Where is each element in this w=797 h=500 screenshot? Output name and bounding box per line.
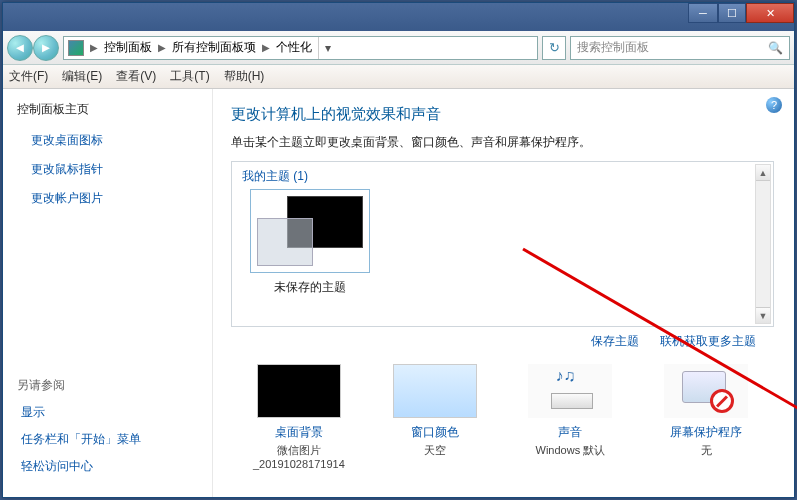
close-button[interactable]: ✕ (746, 3, 794, 23)
theme-item[interactable]: 未保存的主题 (242, 189, 378, 296)
sidebar-seealso-ease[interactable]: 轻松访问中心 (17, 458, 198, 475)
breadcrumb-item[interactable]: 所有控制面板项 (172, 39, 256, 56)
navbar: ◄ ► ▶ 控制面板 ▶ 所有控制面板项 ▶ 个性化 ▾ ↻ 搜索控制面板 🔍 (3, 31, 794, 65)
sidebar-link-account-picture[interactable]: 更改帐户图片 (17, 190, 198, 207)
maximize-button[interactable]: ☐ (718, 3, 746, 23)
chevron-right-icon: ▶ (262, 42, 270, 53)
search-placeholder: 搜索控制面板 (577, 39, 649, 56)
breadcrumb-item[interactable]: 控制面板 (104, 39, 152, 56)
window-color-value: 天空 (375, 443, 495, 458)
desktop-background-tile[interactable]: 桌面背景 微信图片 _20191028171914 (239, 364, 359, 470)
sidebar-seealso-taskbar[interactable]: 任务栏和「开始」菜单 (17, 431, 198, 448)
content-pane: ? 更改计算机上的视觉效果和声音 单击某个主题立即更改桌面背景、窗口颜色、声音和… (213, 89, 794, 497)
menu-bar: 文件(F) 编辑(E) 查看(V) 工具(T) 帮助(H) (3, 65, 794, 89)
window-controls: ─ ☐ ✕ (688, 3, 794, 23)
sidebar-link-desktop-icons[interactable]: 更改桌面图标 (17, 132, 198, 149)
theme-actions: 保存主题 联机获取更多主题 (231, 333, 756, 350)
page-heading: 更改计算机上的视觉效果和声音 (231, 105, 774, 124)
screensaver-value: 无 (646, 443, 766, 458)
chevron-right-icon: ▶ (90, 42, 98, 53)
search-input[interactable]: 搜索控制面板 🔍 (570, 36, 790, 60)
screensaver-icon (664, 364, 748, 418)
theme-name: 未保存的主题 (242, 279, 378, 296)
nav-arrows: ◄ ► (7, 35, 59, 61)
sidebar-link-mouse-pointers[interactable]: 更改鼠标指针 (17, 161, 198, 178)
body: 控制面板主页 更改桌面图标 更改鼠标指针 更改帐户图片 另请参阅 显示 任务栏和… (3, 89, 794, 497)
screensaver-tile[interactable]: 屏幕保护程序 无 (646, 364, 766, 470)
sidebar: 控制面板主页 更改桌面图标 更改鼠标指针 更改帐户图片 另请参阅 显示 任务栏和… (3, 89, 213, 497)
sounds-tile[interactable]: 声音 Windows 默认 (510, 364, 630, 470)
scrollbar[interactable]: ▲ ▼ (755, 164, 771, 324)
menu-edit[interactable]: 编辑(E) (62, 68, 102, 85)
my-themes-label[interactable]: 我的主题 (1) (242, 168, 763, 185)
desktop-background-icon (257, 364, 341, 418)
desktop-background-value2: _20191028171914 (239, 458, 359, 470)
window-frame: ─ ☐ ✕ ◄ ► ▶ 控制面板 ▶ 所有控制面板项 ▶ 个性化 ▾ ↻ 搜索控… (2, 2, 795, 498)
get-more-themes-link[interactable]: 联机获取更多主题 (660, 334, 756, 348)
menu-help[interactable]: 帮助(H) (224, 68, 265, 85)
sounds-icon (528, 364, 612, 418)
sounds-value: Windows 默认 (510, 443, 630, 458)
window-color-label: 窗口颜色 (375, 424, 495, 441)
back-button[interactable]: ◄ (7, 35, 33, 61)
scroll-down-button[interactable]: ▼ (756, 307, 770, 323)
sounds-label: 声音 (510, 424, 630, 441)
sidebar-home[interactable]: 控制面板主页 (17, 101, 198, 118)
sidebar-seealso-header: 另请参阅 (17, 377, 198, 394)
page-subtext: 单击某个主题立即更改桌面背景、窗口颜色、声音和屏幕保护程序。 (231, 134, 774, 151)
menu-tools[interactable]: 工具(T) (170, 68, 209, 85)
minimize-button[interactable]: ─ (688, 3, 718, 23)
quick-row: 桌面背景 微信图片 _20191028171914 窗口颜色 天空 声音 Win… (231, 364, 774, 470)
chevron-right-icon: ▶ (158, 42, 166, 53)
save-theme-link[interactable]: 保存主题 (591, 334, 639, 348)
breadcrumb-item[interactable]: 个性化 (276, 39, 312, 56)
help-icon[interactable]: ? (766, 97, 782, 113)
control-panel-icon (68, 40, 84, 56)
titlebar[interactable]: ─ ☐ ✕ (3, 3, 794, 31)
refresh-button[interactable]: ↻ (542, 36, 566, 60)
themes-box: 我的主题 (1) 未保存的主题 ▲ ▼ (231, 161, 774, 327)
scroll-up-button[interactable]: ▲ (756, 165, 770, 181)
window-color-tile[interactable]: 窗口颜色 天空 (375, 364, 495, 470)
address-bar[interactable]: ▶ 控制面板 ▶ 所有控制面板项 ▶ 个性化 ▾ (63, 36, 538, 60)
theme-window-preview (257, 218, 313, 266)
theme-thumbnail (250, 189, 370, 273)
search-icon[interactable]: 🔍 (768, 41, 783, 55)
window-color-icon (393, 364, 477, 418)
desktop-background-value: 微信图片 (239, 443, 359, 458)
menu-view[interactable]: 查看(V) (116, 68, 156, 85)
desktop-background-label: 桌面背景 (239, 424, 359, 441)
menu-file[interactable]: 文件(F) (9, 68, 48, 85)
screensaver-label: 屏幕保护程序 (646, 424, 766, 441)
music-notes-icon (545, 371, 595, 411)
sidebar-seealso-display[interactable]: 显示 (17, 404, 198, 421)
forward-button[interactable]: ► (33, 35, 59, 61)
address-dropdown[interactable]: ▾ (318, 37, 336, 59)
monitor-blocked-icon (676, 369, 736, 413)
